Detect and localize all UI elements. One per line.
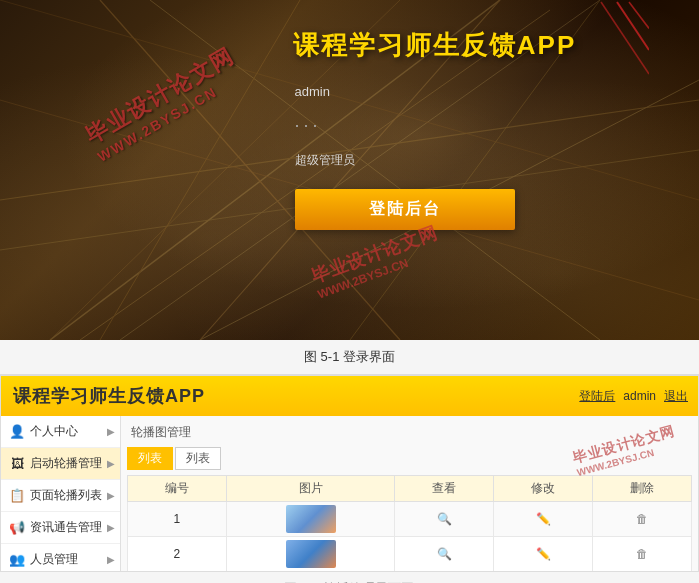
caption-bottom: 图 5-2 轮播管理界面图 [0,572,699,583]
login-button[interactable]: 登陆后台 [295,189,515,230]
panel-body: 👤 个人中心 ▶ 🖼 启动轮播管理 ▶ 📋 页面轮播列表 ▶ 📢 资讯通告管理 [1,416,698,571]
login-box: admin ··· 超级管理员 登陆后台 [295,80,515,230]
svg-line-14 [617,2,649,50]
sidebar-item-label: 个人中心 [30,423,78,440]
chevron-right-icon: ▶ [107,426,115,437]
sidebar-item-carousel[interactable]: 🖼 启动轮播管理 ▶ [1,448,120,480]
col-header-id: 编号 [128,476,227,502]
username-value: admin [295,80,515,103]
view-icon[interactable]: 🔍 [435,545,453,563]
cell-edit: ✏️ [494,502,593,537]
admin-screenshot: 课程学习师生反馈APP 登陆后 admin 退出 👤 个人中心 ▶ 🖼 启动轮播… [0,375,699,583]
sidebar-item-users[interactable]: 👥 人员管理 ▶ [1,544,120,572]
cell-edit: ✏️ [494,537,593,572]
tabs-bar: 列表 列表 [127,447,692,470]
sidebar-item-news[interactable]: 📢 资讯通告管理 ▶ [1,512,120,544]
delete-icon[interactable]: 🗑 [633,545,651,563]
sidebar-item-label: 启动轮播管理 [30,455,102,472]
cell-view: 🔍 [395,502,494,537]
edit-icon[interactable]: ✏️ [534,545,552,563]
col-header-edit: 修改 [494,476,593,502]
red-accent-lines [569,0,649,100]
chevron-right-icon: ▶ [107,522,115,533]
sidebar-item-personal[interactable]: 👤 个人中心 ▶ [1,416,120,448]
app-title: 课程学习师生反馈APP [293,28,576,63]
chevron-right-icon: ▶ [107,490,115,501]
role-group: 超级管理员 [295,148,515,173]
thumbnail [286,505,336,533]
header-username: admin [623,389,656,403]
admin-panel: 课程学习师生反馈APP 登陆后 admin 退出 👤 个人中心 ▶ 🖼 启动轮播… [0,375,699,572]
sidebar-item-label: 人员管理 [30,551,78,568]
col-header-view: 查看 [395,476,494,502]
sidebar-item-label: 页面轮播列表 [30,487,102,504]
chevron-right-icon: ▶ [107,554,115,565]
thumbnail [286,540,336,568]
caption-top: 图 5-1 登录界面 [0,340,699,375]
col-header-delete: 删除 [593,476,692,502]
delete-icon[interactable]: 🗑 [633,510,651,528]
header-logout-link[interactable]: 退出 [664,388,688,405]
list-icon: 📋 [9,488,25,504]
breadcrumb: 轮播图管理 [127,422,692,443]
content-area: 轮播图管理 列表 列表 编号 图片 查看 修改 删除 [121,416,698,571]
view-icon[interactable]: 🔍 [435,510,453,528]
chevron-right-icon: ▶ [107,458,115,469]
role-label: 超级管理员 [295,148,515,173]
cell-img [226,537,394,572]
panel-header: 课程学习师生反馈APP 登陆后 admin 退出 [1,376,698,416]
sidebar-item-carousel-list[interactable]: 📋 页面轮播列表 ▶ [1,480,120,512]
cell-id: 1 [128,502,227,537]
password-group: ··· [295,111,515,140]
person-icon: 👤 [9,424,25,440]
table-row: 2 🔍 ✏️ 🗑 [128,537,692,572]
cell-delete: 🗑 [593,537,692,572]
login-screenshot: 课程学习师生反馈APP admin ··· 超级管理员 登陆后台 毕业设计论文网… [0,0,699,340]
password-dots: ··· [295,111,515,140]
announce-icon: 📢 [9,520,25,536]
sidebar-item-label: 资讯通告管理 [30,519,102,536]
table-row: 1 🔍 ✏️ 🗑 [128,502,692,537]
tab-list-2[interactable]: 列表 [175,447,221,470]
cell-img [226,502,394,537]
cell-id: 2 [128,537,227,572]
edit-icon[interactable]: ✏️ [534,510,552,528]
cell-view: 🔍 [395,537,494,572]
carousel-table: 编号 图片 查看 修改 删除 1 🔍 ✏️ 🗑 [127,475,692,571]
header-right: 登陆后 admin 退出 [579,388,698,405]
users-icon: 👥 [9,552,25,568]
col-header-img: 图片 [226,476,394,502]
header-login-link[interactable]: 登陆后 [579,388,615,405]
image-icon: 🖼 [9,456,25,472]
cell-delete: 🗑 [593,502,692,537]
panel-title: 课程学习师生反馈APP [1,384,205,408]
sidebar: 👤 个人中心 ▶ 🖼 启动轮播管理 ▶ 📋 页面轮播列表 ▶ 📢 资讯通告管理 [1,416,121,571]
username-group: admin [295,80,515,103]
tab-list-1[interactable]: 列表 [127,447,173,470]
